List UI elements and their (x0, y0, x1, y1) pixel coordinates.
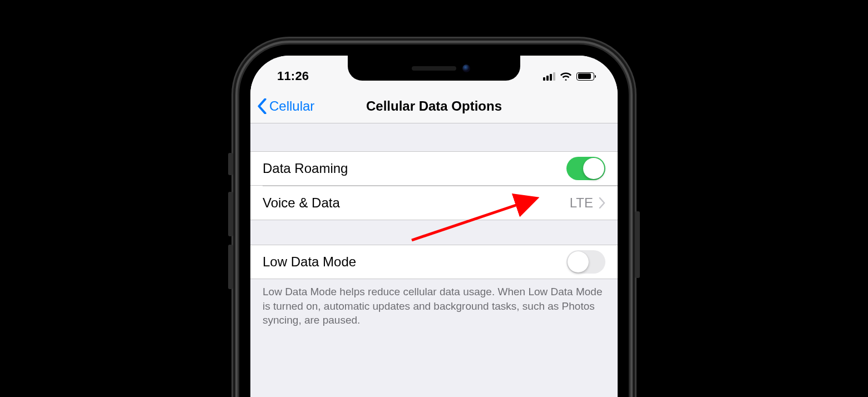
low-data-mode-label: Low Data Mode (263, 254, 566, 270)
page-title: Cellular Data Options (366, 98, 502, 114)
screen: 11:26 Cellular Cellular Data Options (250, 56, 618, 397)
row-data-roaming[interactable]: Data Roaming (250, 151, 618, 186)
voice-data-label: Voice & Data (263, 195, 570, 211)
status-time: 11:26 (277, 69, 309, 83)
voice-data-value: LTE (570, 195, 593, 211)
low-data-mode-footer: Low Data Mode helps reduce cellular data… (250, 279, 618, 327)
settings-content: Data Roaming Voice & Data LTE Low Data M… (250, 123, 618, 327)
back-button[interactable]: Cellular (257, 98, 314, 114)
mute-switch (228, 153, 233, 175)
data-roaming-toggle[interactable] (566, 157, 605, 180)
chevron-right-icon (599, 197, 605, 209)
volume-down-button (228, 245, 233, 289)
data-roaming-label: Data Roaming (263, 161, 566, 176)
battery-icon (576, 72, 594, 81)
speaker (412, 66, 456, 71)
nav-bar: Cellular Cellular Data Options (250, 89, 618, 123)
notch (348, 56, 520, 81)
wifi-icon (560, 71, 572, 81)
cellular-signal-icon (543, 72, 555, 81)
front-camera (462, 64, 470, 72)
back-label: Cellular (269, 98, 314, 114)
power-button (635, 211, 640, 278)
phone-frame: 11:26 Cellular Cellular Data Options (239, 44, 629, 397)
low-data-mode-toggle[interactable] (566, 250, 605, 274)
status-indicators (543, 71, 594, 81)
chevron-left-icon (257, 98, 267, 114)
row-low-data-mode[interactable]: Low Data Mode (250, 245, 618, 279)
row-voice-data[interactable]: Voice & Data LTE (250, 186, 618, 220)
volume-up-button (228, 192, 233, 236)
